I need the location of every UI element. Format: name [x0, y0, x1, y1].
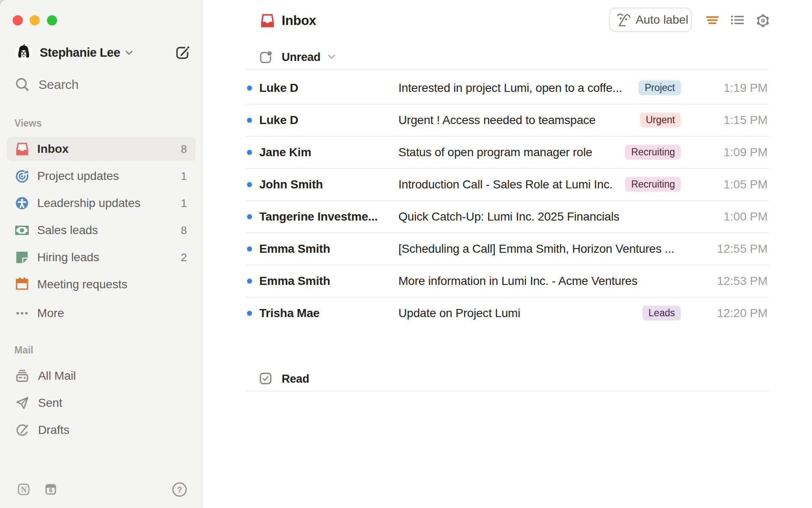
- svg-text:6: 6: [49, 487, 52, 494]
- svg-text:N: N: [21, 485, 27, 494]
- svg-text:?: ?: [177, 485, 182, 494]
